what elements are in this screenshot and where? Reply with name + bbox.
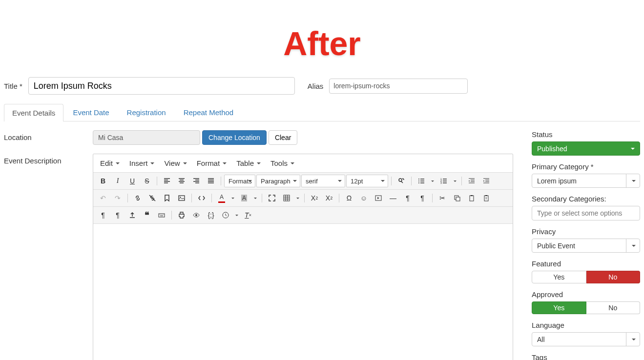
strikethrough-icon[interactable]: S [140, 175, 154, 187]
find-replace-icon[interactable] [395, 175, 408, 187]
approved-no-button[interactable]: No [586, 301, 641, 314]
tab-event-date[interactable]: Event Date [64, 103, 117, 121]
alias-label: Alias [308, 82, 324, 90]
indent-icon[interactable] [479, 175, 493, 187]
tab-repeat-method[interactable]: Repeat Method [175, 103, 242, 121]
secondary-categories-input[interactable] [532, 206, 640, 220]
menu-table[interactable]: Table [232, 156, 265, 170]
table-icon[interactable] [280, 192, 293, 204]
bold-icon[interactable]: B [96, 175, 110, 187]
menu-view[interactable]: View [160, 156, 190, 170]
subscript-icon[interactable]: X2 [308, 192, 321, 204]
special-char-icon[interactable]: Ω [342, 192, 356, 204]
clear-format-icon[interactable]: T× [241, 209, 255, 221]
preview-icon[interactable] [189, 209, 203, 221]
redo-icon[interactable]: ↷ [111, 192, 125, 204]
svg-point-18 [160, 215, 160, 215]
fontsize-select[interactable]: 12pt [346, 175, 388, 187]
show-blocks-icon[interactable]: ¶ [111, 209, 125, 221]
editor-content-area[interactable] [93, 224, 513, 360]
approved-yes-button[interactable]: Yes [532, 301, 586, 314]
divider [262, 194, 262, 202]
emoji-icon[interactable]: ☺ [357, 192, 371, 204]
anchor-icon[interactable] [160, 192, 174, 204]
align-right-icon[interactable] [189, 175, 203, 187]
show-invisible-icon[interactable]: ¶ [96, 209, 110, 221]
font-select[interactable]: serif [301, 175, 345, 187]
numbered-dropdown-icon[interactable] [452, 175, 458, 187]
privacy-label: Privacy [532, 227, 640, 236]
text-color-icon[interactable]: A [215, 192, 229, 204]
privacy-select[interactable]: Public Event [532, 239, 640, 253]
hr-icon[interactable]: — [386, 192, 400, 204]
underline-icon[interactable]: U [125, 175, 139, 187]
undo-icon[interactable]: ↶ [96, 192, 110, 204]
svg-point-20 [162, 215, 162, 215]
tabs: Event Details Event Date Registration Re… [4, 103, 640, 121]
location-label: Location [4, 130, 93, 145]
media-icon[interactable] [372, 192, 385, 204]
image-icon[interactable] [175, 192, 188, 204]
divider [432, 194, 433, 202]
primary-category-label: Primary Category * [532, 162, 640, 171]
status-select[interactable]: Published [532, 141, 640, 156]
bullet-dropdown-icon[interactable] [429, 175, 436, 187]
cut-icon[interactable]: ✂ [436, 192, 449, 204]
divider [211, 194, 212, 202]
template-icon[interactable]: {;} [204, 209, 218, 221]
title-input[interactable] [28, 77, 295, 95]
svg-rect-12 [470, 196, 474, 201]
text-color-dropdown-icon[interactable] [229, 192, 236, 204]
featured-label: Featured [532, 260, 640, 268]
paste-text-icon[interactable]: T [479, 192, 493, 204]
tab-event-details[interactable]: Event Details [4, 104, 63, 121]
copy-icon[interactable] [450, 192, 464, 204]
bg-color-dropdown-icon[interactable] [252, 192, 259, 204]
caret-icon [223, 162, 227, 164]
outdent-icon[interactable] [465, 175, 478, 187]
superscript-icon[interactable]: X2 [322, 192, 336, 204]
bullet-list-icon[interactable] [415, 175, 428, 187]
align-left-icon[interactable] [160, 175, 174, 187]
code-icon[interactable] [195, 192, 208, 204]
block-select[interactable]: Paragraph [256, 175, 300, 187]
svg-rect-23 [160, 216, 163, 216]
align-justify-icon[interactable] [204, 175, 218, 187]
svg-rect-15 [485, 195, 487, 196]
divider [411, 177, 412, 185]
language-select[interactable]: All [532, 332, 640, 346]
caret-icon [257, 162, 261, 164]
featured-no-button[interactable]: No [586, 271, 641, 283]
clear-location-button[interactable]: Clear [269, 130, 297, 145]
caret-icon [632, 245, 636, 247]
rtl-icon[interactable]: ¶ [415, 192, 429, 204]
table-dropdown-icon[interactable] [294, 192, 301, 204]
italic-icon[interactable]: I [111, 175, 125, 187]
datetime-dropdown-icon[interactable] [233, 209, 240, 221]
caret-icon [183, 162, 187, 164]
print-icon[interactable] [175, 209, 188, 221]
upload-icon[interactable] [125, 209, 139, 221]
paste-icon[interactable] [465, 192, 478, 204]
blockquote-icon[interactable]: ❝ [140, 209, 154, 221]
featured-yes-button[interactable]: Yes [532, 271, 586, 283]
menu-insert[interactable]: Insert [125, 156, 159, 170]
unlink-icon[interactable] [145, 192, 159, 204]
change-location-button[interactable]: Change Location [202, 130, 267, 145]
menu-format[interactable]: Format [193, 156, 231, 170]
keyboard-icon[interactable] [155, 209, 168, 221]
align-center-icon[interactable] [175, 175, 188, 187]
tab-registration[interactable]: Registration [119, 103, 174, 121]
fullscreen-icon[interactable] [265, 192, 279, 204]
ltr-icon[interactable]: ¶ [401, 192, 415, 204]
alias-input[interactable] [329, 79, 468, 94]
datetime-icon[interactable] [219, 209, 232, 221]
numbered-list-icon[interactable]: 123 [437, 175, 451, 187]
bg-color-icon[interactable]: A [237, 192, 251, 204]
menu-tools[interactable]: Tools [267, 156, 298, 170]
divider [339, 194, 339, 202]
menu-edit[interactable]: Edit [96, 156, 124, 170]
primary-category-select[interactable]: Lorem ipsum [532, 174, 640, 188]
link-icon[interactable] [131, 192, 145, 204]
formats-select[interactable]: Formats [224, 175, 255, 187]
